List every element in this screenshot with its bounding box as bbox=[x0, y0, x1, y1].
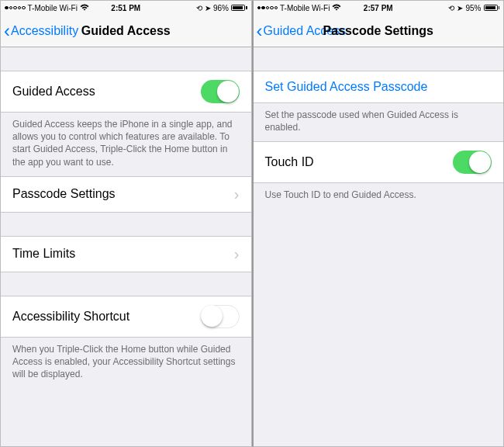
orientation-lock-icon: ⟲ bbox=[448, 4, 454, 12]
phone-left: T-Mobile Wi-Fi 2:51 PM ⟲ ➤ 96% ‹ Accessi… bbox=[0, 0, 252, 447]
battery-pct: 96% bbox=[213, 4, 229, 12]
phone-right: T-Mobile Wi-Fi 2:57 PM ⟲ ➤ 95% ‹ Guided … bbox=[252, 0, 505, 447]
nav-bar: ‹ Guided Access Passcode Settings bbox=[254, 15, 504, 47]
status-bar: T-Mobile Wi-Fi 2:57 PM ⟲ ➤ 95% bbox=[254, 1, 504, 15]
signal-dots-icon bbox=[257, 6, 278, 10]
clock: 2:51 PM bbox=[111, 4, 140, 12]
chevron-left-icon: ‹ bbox=[257, 22, 263, 40]
guided-access-switch[interactable] bbox=[201, 80, 240, 103]
battery-icon bbox=[231, 5, 247, 11]
guided-access-footer: Guided Access keeps the iPhone in a sing… bbox=[1, 113, 251, 176]
carrier-label: T-Mobile Wi-Fi bbox=[28, 4, 78, 12]
touch-id-label: Touch ID bbox=[265, 155, 314, 169]
passcode-settings-row[interactable]: Passcode Settings › bbox=[1, 176, 251, 213]
set-passcode-footer: Set the passcode used when Guided Access… bbox=[254, 103, 504, 141]
chevron-left-icon: ‹ bbox=[4, 22, 10, 40]
content: Guided Access Guided Access keeps the iP… bbox=[1, 47, 251, 446]
set-passcode-row[interactable]: Set Guided Access Passcode bbox=[254, 71, 504, 103]
wifi-icon bbox=[332, 4, 341, 12]
clock: 2:57 PM bbox=[364, 4, 393, 12]
back-label: Accessibility bbox=[11, 24, 78, 38]
touch-id-footer: Use Touch ID to end Guided Access. bbox=[254, 183, 504, 209]
accessibility-shortcut-label: Accessibility Shortcut bbox=[12, 310, 129, 324]
accessibility-shortcut-switch[interactable] bbox=[201, 305, 240, 328]
chevron-right-icon: › bbox=[234, 185, 240, 203]
passcode-settings-label: Passcode Settings bbox=[12, 187, 116, 201]
carrier-label: T-Mobile Wi-Fi bbox=[280, 4, 330, 12]
back-button[interactable]: ‹ Accessibility bbox=[1, 22, 78, 40]
page-title: Passcode Settings bbox=[323, 24, 433, 38]
nav-bar: ‹ Accessibility Guided Access bbox=[1, 15, 251, 47]
time-limits-row[interactable]: Time Limits › bbox=[1, 236, 251, 272]
guided-access-label: Guided Access bbox=[12, 85, 95, 99]
set-passcode-label: Set Guided Access Passcode bbox=[265, 80, 428, 94]
chevron-right-icon: › bbox=[234, 245, 240, 263]
battery-icon bbox=[484, 5, 500, 11]
page-title: Guided Access bbox=[81, 24, 171, 38]
touch-id-switch[interactable] bbox=[453, 151, 492, 174]
guided-access-row: Guided Access bbox=[1, 71, 251, 113]
location-icon: ➤ bbox=[205, 4, 211, 12]
battery-pct: 95% bbox=[465, 4, 481, 12]
time-limits-label: Time Limits bbox=[12, 247, 75, 261]
touch-id-row: Touch ID bbox=[254, 141, 504, 183]
accessibility-shortcut-footer: When you Triple-Click the Home button wh… bbox=[1, 338, 251, 389]
content: Set Guided Access Passcode Set the passc… bbox=[254, 47, 504, 446]
location-icon: ➤ bbox=[457, 4, 463, 12]
signal-dots-icon bbox=[5, 6, 26, 10]
wifi-icon bbox=[80, 4, 89, 12]
accessibility-shortcut-row: Accessibility Shortcut bbox=[1, 296, 251, 338]
orientation-lock-icon: ⟲ bbox=[196, 4, 202, 12]
status-bar: T-Mobile Wi-Fi 2:51 PM ⟲ ➤ 96% bbox=[1, 1, 251, 15]
